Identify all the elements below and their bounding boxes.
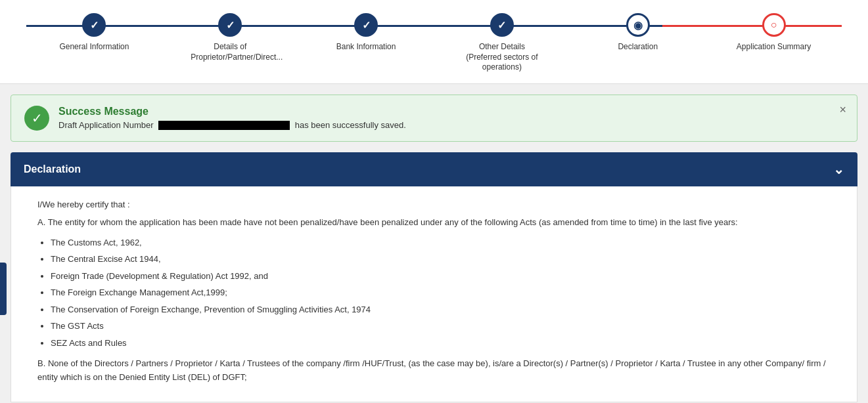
step-declaration[interactable]: ◉ Declaration [570,13,706,53]
close-button[interactable]: × [839,103,846,117]
progress-bar: ✓ General Information ✓ Details of Propr… [0,0,868,84]
section-a-text: A. The entity for whom the application h… [37,216,837,230]
chevron-down-icon: ⌄ [833,161,844,177]
acts-list: The Customs Act, 1962, The Central Excis… [37,236,837,350]
step-general-info[interactable]: ✓ General Information [26,13,162,53]
list-item: The Conservation of Foreign Exchange, Pr… [51,303,837,316]
success-body-suffix: has been successfully saved. [295,120,406,130]
success-text: Success Message Draft Application Number… [58,106,406,131]
declaration-content: I/We hereby certify that : A. The entity… [11,186,857,402]
list-item: The GST Acts [51,320,837,333]
step-proprietor[interactable]: ✓ Details of Proprietor/Partner/Direct..… [162,13,298,62]
list-item: The Central Excise Act 1944, [51,253,837,266]
list-item: The Foreign Exchange Management Act,1999… [51,286,837,299]
declaration-header[interactable]: Declaration ⌄ [11,152,857,186]
step-circle-proprietor: ✓ [218,13,242,37]
list-item: The Customs Act, 1962, [51,236,837,249]
step-label-general-info: General Information [59,42,129,53]
step-label-summary: Application Summary [737,42,811,53]
list-item: SEZ Acts and Rules [51,337,837,350]
left-accent-bar [0,263,7,315]
step-circle-general-info: ✓ [82,13,106,37]
step-other-details[interactable]: ✓ Other Details (Preferred sectors of op… [434,13,570,73]
step-app-summary[interactable]: ○ Application Summary [706,13,842,53]
success-icon: ✓ [24,106,49,131]
step-circle-other: ✓ [490,13,514,37]
declaration-title: Declaration [24,163,81,175]
step-label-bank: Bank Information [336,42,396,53]
progress-steps: ✓ General Information ✓ Details of Propr… [26,13,842,73]
list-item: Foreign Trade (Development & Regulation)… [51,270,837,283]
section-b-text: B. None of the Directors / Partners / Pr… [37,357,837,385]
step-label-other: Other Details (Preferred sectors of oper… [463,42,541,73]
success-banner: ✓ Success Message Draft Application Numb… [11,95,857,142]
certify-line: I/We hereby certify that : [37,200,837,209]
step-circle-bank: ✓ [354,13,378,37]
success-body-prefix: Draft Application Number [58,120,154,130]
success-title: Success Message [58,106,406,117]
step-bank-info[interactable]: ✓ Bank Information [298,13,434,53]
step-circle-declaration: ◉ [626,13,650,37]
step-label-declaration: Declaration [618,42,658,53]
draft-number-redacted [158,121,290,130]
success-body: Draft Application Number has been succes… [58,120,406,131]
step-circle-summary: ○ [762,13,786,37]
step-label-proprietor: Details of Proprietor/Partner/Direct... [191,42,269,62]
